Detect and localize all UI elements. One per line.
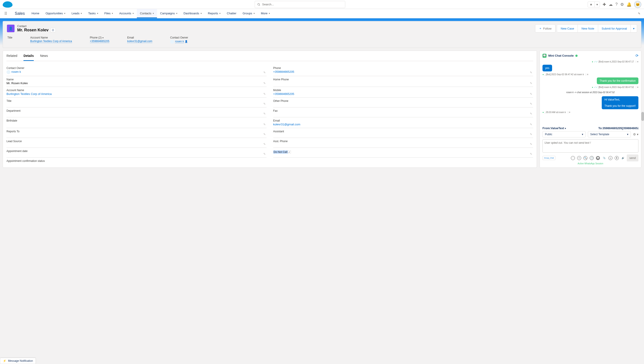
edit-nav-icon[interactable]: ✎ xyxy=(634,9,644,18)
edit-icon[interactable]: ✎ xyxy=(530,82,532,85)
do-not-call-checkbox[interactable]: ✓ xyxy=(288,150,291,153)
search-icon[interactable]: 🔍 xyxy=(584,156,588,160)
hl-email-label: Email xyxy=(127,36,152,39)
visibility-select[interactable]: Public▾ xyxy=(542,131,586,137)
record-type: Contact xyxy=(17,25,56,28)
nav-item-dashboards[interactable]: Dashboards▾ xyxy=(180,9,205,18)
more-actions-button[interactable]: ▾ xyxy=(631,24,637,33)
edit-icon[interactable]: ✎ xyxy=(264,133,266,136)
scrollbar-thumb[interactable] xyxy=(641,112,644,121)
hl-phone-link[interactable]: +359884665205 xyxy=(90,40,109,43)
edit-icon[interactable]: ✎ xyxy=(264,82,266,85)
edit-icon[interactable]: ✎ xyxy=(264,71,266,74)
submit-approval-button[interactable]: Submit for Approval xyxy=(598,24,631,33)
edit-icon[interactable]: ✎ xyxy=(530,102,532,105)
nav-item-home[interactable]: Home xyxy=(28,9,42,18)
salesforce-logo xyxy=(3,1,12,8)
edit-icon[interactable]: ✎ xyxy=(264,143,266,146)
clock-icon[interactable]: 🕐 xyxy=(590,156,594,160)
add-icon[interactable]: + xyxy=(577,156,581,160)
nav-item-groups[interactable]: Groups▾ xyxy=(240,9,258,18)
download-icon[interactable]: ⬇ xyxy=(615,156,619,160)
options-icon[interactable]: ⋮≡ xyxy=(635,86,638,88)
nav-item-leads[interactable]: Leads▾ xyxy=(68,9,85,18)
edit-icon[interactable]: ✎ xyxy=(264,112,266,115)
edit-icon[interactable]: ✎ xyxy=(530,152,532,155)
chat-title: Mini Chat Console xyxy=(548,54,574,57)
edit-icon[interactable]: ✎ xyxy=(530,71,532,74)
tab-related[interactable]: Related xyxy=(6,54,17,61)
notification-bell-icon[interactable]: 🔔 xyxy=(626,2,632,7)
help-icon[interactable]: ? xyxy=(616,2,618,7)
nav-item-contacts[interactable]: Contacts▾ xyxy=(137,9,157,18)
nav-item-files[interactable]: Files▾ xyxy=(101,9,116,18)
gear-icon[interactable]: ⚙ xyxy=(633,132,636,136)
field-contact-owner[interactable]: rosen k xyxy=(12,70,21,73)
field-email[interactable]: kolevr31@gmail.com xyxy=(273,123,300,126)
edit-icon[interactable]: ✎ xyxy=(530,92,532,96)
template-select[interactable]: Select Template▾ xyxy=(588,131,631,137)
to-display: To:359884665205[359884665205] xyxy=(598,126,638,130)
field-do-not-call-label: Do Not Call xyxy=(273,150,288,153)
nav-item-opportunities[interactable]: Opportunities▾ xyxy=(42,9,68,18)
whatsapp-icon: ● xyxy=(592,60,593,63)
nav-item-more[interactable]: More▾ xyxy=(258,9,273,18)
emoji-icon[interactable]: ☺ xyxy=(608,156,612,160)
svg-line-1 xyxy=(260,5,260,6)
new-note-button[interactable]: New Note xyxy=(578,24,598,33)
tab-details[interactable]: Details xyxy=(24,54,34,61)
edit-icon[interactable]: ✎ xyxy=(530,123,532,126)
field-phone[interactable]: +359884665205 xyxy=(273,70,294,73)
edit-icon[interactable]: ✎ xyxy=(530,133,532,136)
star-icon[interactable]: ★ xyxy=(588,2,594,7)
setup-gear-icon[interactable]: ⚙ xyxy=(620,2,624,7)
more-icon[interactable]: ⋯ xyxy=(571,156,575,160)
trailhead-icon[interactable]: ☁ xyxy=(609,2,613,7)
message-textarea[interactable]: User opted out. You can not send text ! xyxy=(542,139,638,153)
chat-icon[interactable]: 💬 xyxy=(596,156,600,160)
hierarchy-button[interactable]: ⌬ xyxy=(50,28,56,32)
edit-icon[interactable]: ✎ xyxy=(264,92,266,96)
favorites-group[interactable]: ★▾ xyxy=(588,2,600,8)
add-icon[interactable]: ✚ xyxy=(603,2,606,7)
field-mobile[interactable]: +359884665205 xyxy=(273,92,294,96)
options-icon[interactable]: ⋮≡ xyxy=(635,60,638,63)
chevron-down-icon[interactable]: ▾ xyxy=(637,132,638,136)
refresh-icon[interactable]: ⟳ xyxy=(636,54,638,58)
from-selector[interactable]: From:ValueText ▾ xyxy=(542,126,566,130)
hl-account-link[interactable]: Burlington Textiles Corp of America xyxy=(30,40,72,43)
app-launcher-icon[interactable]: ⠿ xyxy=(0,9,11,18)
nav-item-reports[interactable]: Reports▾ xyxy=(205,9,224,18)
nav-item-chatter[interactable]: Chatter xyxy=(224,9,240,18)
user-avatar[interactable]: 🐱 xyxy=(634,1,641,8)
field-account-name[interactable]: Burlington Textiles Corp of America xyxy=(6,92,52,96)
change-owner-icon[interactable]: 👤 xyxy=(185,40,188,43)
new-case-button[interactable]: New Case xyxy=(557,24,578,33)
tab-news[interactable]: News xyxy=(40,54,48,61)
group-chat-button[interactable]: Group_Chat xyxy=(542,156,556,160)
record-name: Mr. Rosen Kolev xyxy=(17,28,48,33)
nav-item-tasks[interactable]: Tasks▾ xyxy=(85,9,101,18)
sound-icon[interactable]: 🔊 xyxy=(621,156,625,160)
edit-icon[interactable]: ✎ xyxy=(530,143,532,146)
edit-icon[interactable]: ✎ xyxy=(264,102,266,105)
hl-owner-link[interactable]: rosen k xyxy=(175,40,184,43)
hl-email-link[interactable]: kolevr31@gmail.com xyxy=(127,40,152,43)
follow-button[interactable]: ＋Follow xyxy=(535,24,556,33)
send-button[interactable]: send xyxy=(627,154,638,161)
app-name: Sales xyxy=(11,9,28,18)
global-search[interactable]: Search... xyxy=(255,1,345,8)
session-note: rosen k -> chat session at 2022-Sep-02 0… xyxy=(542,91,638,94)
edit-icon[interactable]: ✎ xyxy=(264,123,266,126)
search-placeholder: Search... xyxy=(262,3,274,6)
chevron-down-icon[interactable]: ▾ xyxy=(594,2,600,7)
attachment-icon[interactable]: 📎 xyxy=(602,156,606,160)
hl-owner-label: Contact Owner xyxy=(170,36,188,39)
chat-bubble-incoming: yes xyxy=(542,65,552,71)
options-icon[interactable]: ⋮≡ xyxy=(567,111,570,113)
nav-item-accounts[interactable]: Accounts▾ xyxy=(116,9,137,18)
options-icon[interactable]: ⋮≡ xyxy=(585,73,588,76)
nav-item-campaigns[interactable]: Campaigns▾ xyxy=(157,9,180,18)
edit-icon[interactable]: ✎ xyxy=(530,112,532,115)
edit-icon[interactable]: ✎ xyxy=(264,152,266,155)
